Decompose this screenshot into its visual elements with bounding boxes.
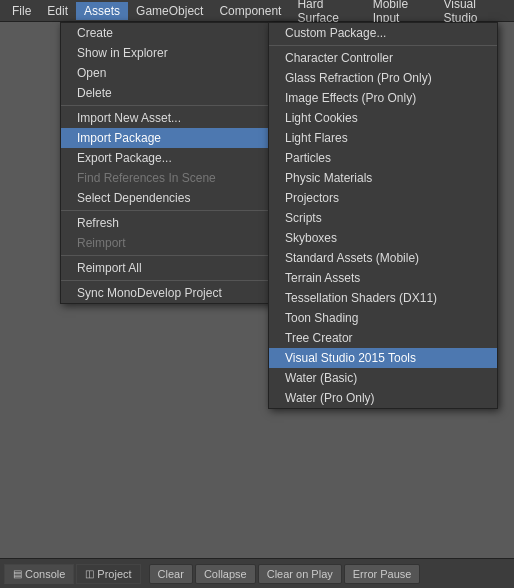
clear-button[interactable]: Clear xyxy=(149,564,193,584)
menu-component[interactable]: Component xyxy=(211,2,289,20)
submenu-item-physic-materials[interactable]: Physic Materials xyxy=(269,168,497,188)
submenu-item-standard-assets-mobile[interactable]: Standard Assets (Mobile) xyxy=(269,248,497,268)
project-icon: ◫ xyxy=(85,568,94,579)
import-package-submenu: Custom Package... Character Controller G… xyxy=(268,22,498,409)
submenu-item-vs2015-tools[interactable]: Visual Studio 2015 Tools xyxy=(269,348,497,368)
menu-edit[interactable]: Edit xyxy=(39,2,76,20)
project-tab-label: Project xyxy=(97,568,131,580)
error-pause-button[interactable]: Error Pause xyxy=(344,564,421,584)
submenu-item-image-effects[interactable]: Image Effects (Pro Only) xyxy=(269,88,497,108)
submenu-item-char-ctrl[interactable]: Character Controller xyxy=(269,48,497,68)
submenu-item-glass-refraction[interactable]: Glass Refraction (Pro Only) xyxy=(269,68,497,88)
clear-on-play-button[interactable]: Clear on Play xyxy=(258,564,342,584)
submenu-item-terrain-assets[interactable]: Terrain Assets xyxy=(269,268,497,288)
submenu-item-water-pro[interactable]: Water (Pro Only) xyxy=(269,388,497,408)
submenu-item-light-cookies[interactable]: Light Cookies xyxy=(269,108,497,128)
submenu-item-tessellation[interactable]: Tessellation Shaders (DX11) xyxy=(269,288,497,308)
menu-bar: File Edit Assets GameObject Component Ha… xyxy=(0,0,514,22)
submenu-item-skyboxes[interactable]: Skyboxes xyxy=(269,228,497,248)
menu-assets[interactable]: Assets xyxy=(76,2,128,20)
submenu-item-custom-package[interactable]: Custom Package... xyxy=(269,23,497,43)
menu-gameobject[interactable]: GameObject xyxy=(128,2,211,20)
collapse-button[interactable]: Collapse xyxy=(195,564,256,584)
submenu-item-scripts[interactable]: Scripts xyxy=(269,208,497,228)
console-tab-label: Console xyxy=(25,568,65,580)
console-tab[interactable]: ▤ Console xyxy=(4,564,74,584)
submenu-item-water-basic[interactable]: Water (Basic) xyxy=(269,368,497,388)
console-bar: ▤ Console ◫ Project Clear Collapse Clear… xyxy=(0,558,514,588)
submenu-item-light-flares[interactable]: Light Flares xyxy=(269,128,497,148)
project-tab[interactable]: ◫ Project xyxy=(76,564,140,584)
submenu-separator-1 xyxy=(269,45,497,46)
submenu-item-projectors[interactable]: Projectors xyxy=(269,188,497,208)
submenu-item-tree-creator[interactable]: Tree Creator xyxy=(269,328,497,348)
console-icon: ▤ xyxy=(13,568,22,579)
submenu-item-toon-shading[interactable]: Toon Shading xyxy=(269,308,497,328)
menu-file[interactable]: File xyxy=(4,2,39,20)
submenu-item-particles[interactable]: Particles xyxy=(269,148,497,168)
